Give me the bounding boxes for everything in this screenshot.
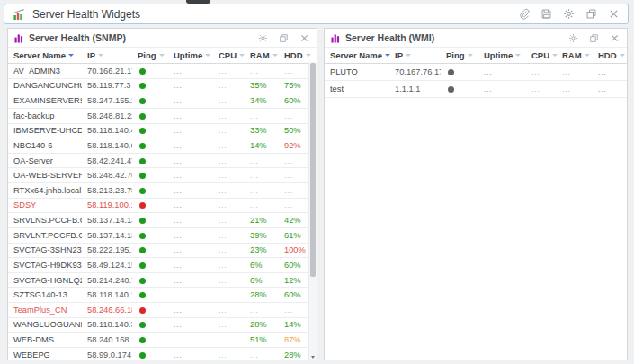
ping-status-dot — [139, 337, 146, 343]
uptime-cell: ... — [168, 351, 213, 360]
ram-cell: 51% — [245, 335, 279, 344]
table-row[interactable]: SRVLNS.PCCFB.COM58.137.14.133......21%42… — [8, 213, 309, 228]
column-header-ram[interactable]: RAM — [557, 50, 593, 60]
column-header-label: Server Name — [13, 50, 66, 60]
column-header-server-name[interactable]: Server Name — [8, 50, 82, 60]
table-row[interactable]: fac-backup58.248.81.226............ — [8, 109, 309, 124]
uptime-cell: ... — [168, 320, 213, 329]
panel-title: Server Health (WMI) — [345, 32, 434, 43]
server-name-cell: DANGANCUNCHU — [8, 81, 82, 90]
ip-cell: 58.118.140.13 — [82, 290, 132, 299]
uptime-cell: ... — [168, 171, 213, 180]
ping-status-dot — [139, 262, 146, 269]
ping-cell — [132, 141, 168, 150]
column-header-label: CPU — [531, 50, 549, 60]
close-icon[interactable] — [298, 31, 310, 44]
restore-icon[interactable] — [587, 31, 600, 44]
hdd-cell: 100% — [279, 245, 309, 254]
ping-status-dot — [139, 113, 146, 120]
server-name-cell: OA-WEB-SERVER — [8, 171, 82, 180]
uptime-cell: ... — [168, 335, 213, 344]
table-row[interactable]: IBMSERVE-UHCDXN58.118.140.4......33%50% — [8, 124, 309, 139]
ip-cell: 58.137.14.132 — [82, 231, 132, 240]
column-header-hdd[interactable]: HDD — [279, 50, 311, 60]
ping-status-dot — [139, 83, 146, 89]
column-header-uptime[interactable]: Uptime — [168, 50, 213, 60]
table-row[interactable]: WEB-DMS58.240.168.118......51%87% — [8, 333, 309, 348]
hdd-cell: 28% — [279, 351, 309, 360]
table-row[interactable]: OA-WEB-SERVER58.248.42.76............ — [8, 168, 309, 183]
sort-caret-icon — [585, 54, 590, 57]
column-header-uptime[interactable]: Uptime — [478, 50, 526, 60]
uptime-cell: ... — [168, 81, 213, 90]
table-row[interactable]: NBC140-658.118.140.6......14%92% — [8, 138, 309, 154]
scroll-down-button[interactable] — [309, 351, 317, 359]
close-icon[interactable] — [608, 31, 621, 44]
attach-icon[interactable] — [517, 8, 530, 21]
table-row[interactable]: EXAMINSERVERS58.247.155.27......34%60% — [8, 93, 309, 109]
hdd-cell: 61% — [279, 231, 309, 240]
column-header-label: Uptime — [484, 50, 513, 60]
ping-status-dot — [139, 98, 146, 104]
ram-cell: ... — [245, 111, 279, 120]
table-row[interactable]: WEBEPG58.99.0.174.........28% — [8, 348, 309, 360]
hdd-cell: ... — [593, 67, 627, 76]
ping-cell — [132, 216, 168, 225]
table-row[interactable]: SVCTAG-3SHN23X58.222.195.123......23%100… — [8, 244, 309, 259]
ping-cell — [132, 231, 168, 240]
column-header-ping[interactable]: Ping — [132, 50, 168, 60]
cpu-cell: ... — [526, 67, 557, 76]
hdd-cell: ... — [279, 306, 309, 315]
table-row[interactable]: test1.1.1.1............ — [325, 81, 627, 98]
ping-cell — [441, 84, 478, 93]
table-row[interactable]: SDSY58.119.100.1............ — [8, 199, 309, 214]
save-icon[interactable] — [540, 8, 552, 21]
column-header-ip[interactable]: IP — [389, 50, 441, 60]
close-icon[interactable] — [607, 8, 620, 21]
server-name-cell: WEBEPG — [8, 351, 82, 360]
settings-icon[interactable] — [567, 31, 579, 44]
column-header-cpu[interactable]: CPU — [526, 50, 557, 60]
settings-icon[interactable] — [562, 8, 575, 21]
column-header-cpu[interactable]: CPU — [213, 50, 245, 60]
panel-header: Server Health (SNMP) — [8, 29, 317, 48]
table-row[interactable]: WANGLUOGUANLI58.118.140.36......28%14% — [8, 318, 309, 333]
sort-caret-icon — [620, 54, 625, 57]
ip-cell: 58.119.77.3 — [82, 81, 132, 90]
uptime-cell: ... — [168, 261, 213, 270]
table-row[interactable]: SZTSG140-1358.118.140.13......28%60% — [8, 288, 309, 303]
table-row[interactable]: RTXx64.jnhb.local58.213.23.78...........… — [8, 183, 309, 199]
table-row[interactable]: SVCTAG-H9DK93X58.49.124.15......6%60% — [8, 258, 309, 273]
column-header-ip[interactable]: IP — [82, 50, 132, 60]
ping-cell — [132, 306, 168, 315]
column-header-hdd[interactable]: HDD — [593, 50, 627, 60]
hdd-cell: 50% — [279, 126, 309, 135]
table-row[interactable]: AV_ADMIN370.166.21.173............ — [8, 64, 309, 79]
ip-cell: 58.118.140.4 — [82, 126, 132, 135]
column-header-ping[interactable]: Ping — [441, 50, 478, 60]
ram-cell: ... — [245, 351, 279, 360]
hdd-cell: 92% — [279, 141, 309, 150]
table-row[interactable]: SRVLNT.PCCFB.COM58.137.14.132......39%61… — [8, 228, 309, 244]
table-row[interactable]: SVCTAG-HGNLQ2X58.214.240.78......6%12% — [8, 273, 309, 289]
vertical-scrollbar[interactable] — [308, 62, 317, 360]
settings-icon[interactable] — [256, 31, 269, 44]
ping-status-dot — [139, 143, 146, 149]
restore-icon[interactable] — [277, 31, 290, 44]
page-title: Server Health Widgets — [32, 8, 140, 21]
server-name-cell: AV_ADMIN3 — [8, 67, 82, 75]
scrollbar-thumb[interactable] — [310, 63, 316, 277]
table-row[interactable]: PLUTO70.167.76.178............ — [325, 64, 627, 81]
ping-status-dot — [139, 292, 146, 298]
ping-status-dot — [139, 233, 146, 239]
table-row[interactable]: OA-Server58.42.241.47............ — [8, 154, 309, 169]
table-row[interactable]: DANGANCUNCHU58.119.77.3......35%75% — [8, 79, 309, 94]
ram-cell: 39% — [245, 231, 279, 240]
column-header-server-name[interactable]: Server Name — [325, 50, 389, 60]
ping-cell — [132, 67, 168, 75]
restore-icon[interactable] — [585, 8, 597, 21]
server-name-cell: RTXx64.jnhb.local — [8, 186, 82, 195]
column-header-ram[interactable]: RAM — [245, 50, 279, 60]
ping-status-dot — [139, 247, 146, 253]
table-row[interactable]: TeamPlus_CN58.246.66.18............ — [8, 303, 309, 318]
